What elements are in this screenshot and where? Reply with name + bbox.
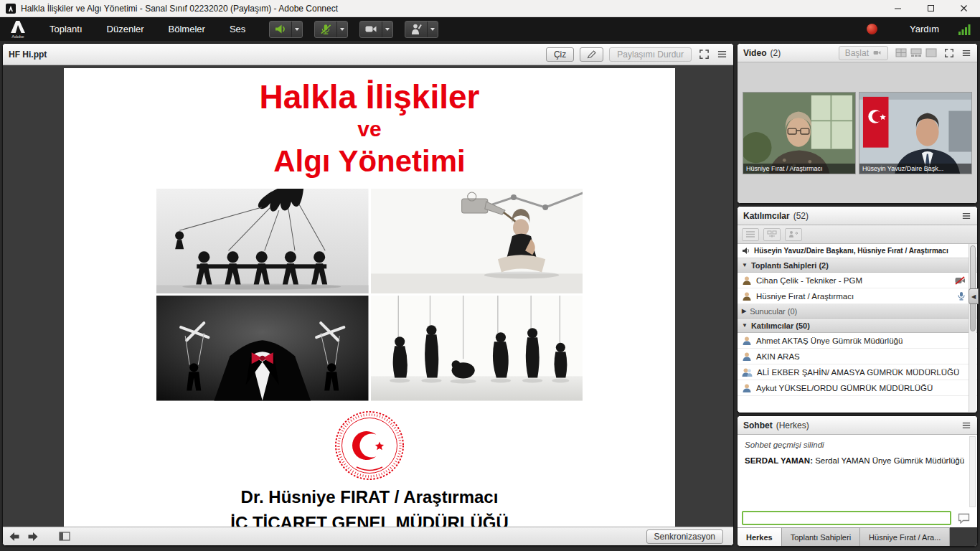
video-layout-filmstrip-button[interactable] (910, 48, 922, 57)
video-feed-huseyin[interactable]: Hüseyin Yavuz/Daire Başk... (859, 92, 972, 174)
webcam-dropdown[interactable] (382, 22, 392, 37)
arrow-right-icon (27, 532, 39, 542)
participants-toolbar (738, 225, 977, 244)
presentation-slide: Halkla İlişkiler ve Algı Yönetimi (64, 68, 675, 527)
video-fullscreen-button[interactable] (944, 48, 954, 58)
video-layout-grid-button[interactable] (895, 48, 907, 57)
menu-item-duzenler[interactable]: Düzenler (95, 17, 156, 41)
ministry-logo (64, 410, 675, 481)
video-pod-title: Video (743, 48, 766, 58)
participant-row-husniye[interactable]: Hüsniye Fırat / Araştırmacı (738, 288, 977, 304)
video-pod-menu-button[interactable] (961, 49, 971, 57)
expand-triangle-icon: ▶ (742, 308, 746, 314)
speaker-dropdown[interactable] (291, 22, 302, 37)
participant-name: AKIN ARAS (756, 352, 800, 361)
chat-pod-header: Sohbet (Herkes) (738, 416, 977, 435)
arrow-left-icon (9, 532, 20, 542)
webcam-button[interactable] (360, 22, 382, 37)
active-speaker-icon (742, 247, 750, 255)
participant-name: Ahmet AKTAŞ Ünye Gümrük Müdürlüğü (756, 336, 903, 345)
start-webcam-button[interactable]: Başlat (839, 46, 888, 60)
pod-menu-icon (717, 50, 727, 59)
participants-pod-title: Katılımcılar (743, 211, 790, 221)
webcam-icon (364, 23, 377, 35)
pod-menu-button[interactable] (717, 50, 727, 59)
attendee-list-view-button[interactable] (742, 228, 759, 241)
sidebar-toggle-button[interactable] (59, 532, 70, 541)
share-pod: HF Hi.ppt Çiz Paylaşımı Durdur (2, 43, 734, 546)
adobe-connect-app-icon (6, 4, 16, 14)
speaker-button[interactable] (270, 22, 291, 37)
participant-row-cihan[interactable]: Cihan Çelik - Tekniker - PGM (738, 273, 977, 288)
adobe-logo-mark (10, 20, 26, 34)
participant-name: Aykut YÜKSEL/ORDU GÜMRÜK MÜDÜRLÜĞÜ (756, 384, 933, 392)
arrow-left-icon: ◀ (971, 293, 976, 300)
slide-image-hanging-puppets (371, 296, 583, 401)
chat-pod-menu-button[interactable] (961, 421, 971, 430)
pointer-tool-button[interactable] (580, 47, 603, 62)
participant-row[interactable]: AKIN ARAS (738, 349, 977, 364)
sidebar-panel-icon (59, 532, 70, 541)
video-layout-single-button[interactable] (925, 48, 937, 57)
participant-icon (742, 352, 752, 362)
chat-pod: Sohbet (Herkes) Sohbet geçmişi silindi S… (737, 415, 978, 547)
webcam-paused-icon[interactable] (955, 276, 966, 285)
status-dropdown[interactable] (427, 22, 438, 37)
next-slide-button[interactable] (27, 532, 39, 542)
chat-tab-toplanti-sahipleri[interactable]: Toplantı Sahipleri (782, 527, 860, 546)
stop-sharing-button[interactable]: Paylaşımı Durdur (609, 47, 692, 62)
microphone-button[interactable] (315, 22, 336, 37)
close-button[interactable] (947, 0, 980, 17)
pod-menu-icon (961, 49, 971, 57)
fullscreen-button[interactable] (699, 49, 710, 60)
pod-menu-icon (961, 421, 971, 430)
participant-row[interactable]: Aykut YÜKSEL/ORDU GÜMRÜK MÜDÜRLÜĞÜ (738, 380, 977, 396)
group-header-hosts[interactable]: ▼ Toplantı Sahipleri (2) (738, 258, 977, 273)
status-view-icon (788, 230, 798, 238)
chevron-down-icon (430, 28, 435, 31)
speaker-control-group (269, 21, 303, 38)
minimize-icon (894, 4, 902, 12)
breakout-view-button[interactable] (763, 228, 781, 241)
attendee-status-view-button[interactable] (785, 228, 802, 241)
sync-button[interactable]: Senkronizasyon (646, 529, 723, 544)
pod-menu-icon (961, 212, 971, 220)
sidebar-collapse-handle[interactable]: ◀ (969, 288, 979, 304)
chat-input[interactable] (742, 511, 951, 525)
microphone-active-icon[interactable] (957, 291, 966, 301)
raise-hand-button[interactable] (405, 22, 427, 37)
microphone-dropdown[interactable] (336, 22, 347, 37)
share-canvas: Halkla İlişkiler ve Algı Yönetimi (3, 65, 733, 527)
microphone-icon (319, 23, 332, 35)
group-header-presenters[interactable]: ▶ Sunucular (0) (738, 304, 977, 319)
chat-tab-husniye[interactable]: Hüsniye Fırat / Ara... (860, 527, 950, 546)
participant-row[interactable]: Ahmet AKTAŞ Ünye Gümrük Müdürlüğü (738, 333, 977, 349)
speaker-icon (274, 23, 287, 35)
draw-button[interactable]: Çiz (546, 47, 574, 62)
share-document-title: HF Hi.ppt (9, 50, 47, 60)
group-header-participants[interactable]: ▼ Katılımcılar (50) (738, 319, 977, 333)
chat-message-text: Serdal YAMAN Ünye Gümrük Müdürlüğü (813, 456, 964, 465)
chat-input-row (738, 509, 977, 527)
participants-scrollbar[interactable] (969, 244, 976, 412)
help-button[interactable]: Yardım (897, 17, 951, 41)
minimize-button[interactable] (881, 0, 914, 17)
recording-indicator[interactable] (867, 24, 877, 34)
menu-item-toplanti[interactable]: Toplantı (37, 17, 95, 41)
participant-row[interactable]: ALİ EKBER ŞAHİN/ AMASYA GÜMRÜK MÜDÜRLÜĞÜ (738, 364, 977, 380)
video-feed-husniye[interactable]: Hüsniye Fırat / Araştırmacı (743, 92, 856, 174)
participants-pod-menu-button[interactable] (961, 212, 971, 220)
group-label: Sunucular (0) (750, 307, 797, 316)
chat-bubble-button[interactable] (954, 510, 973, 526)
menu-item-ses[interactable]: Ses (217, 17, 258, 41)
chat-scrollbar[interactable] (969, 436, 976, 507)
connection-status-icon[interactable] (958, 24, 971, 35)
slide-department: İÇ TİCARET GENEL MÜDÜRLÜĞÜ (64, 513, 675, 527)
slide-title-line1: Halkla İlişkiler (64, 80, 675, 116)
host-icon (742, 276, 752, 286)
status-control-group (405, 21, 438, 38)
previous-slide-button[interactable] (9, 532, 20, 542)
maximize-button[interactable] (914, 0, 947, 17)
menu-item-bolmeler[interactable]: Bölmeler (156, 17, 217, 41)
chat-tab-herkes[interactable]: Herkes (738, 527, 782, 546)
